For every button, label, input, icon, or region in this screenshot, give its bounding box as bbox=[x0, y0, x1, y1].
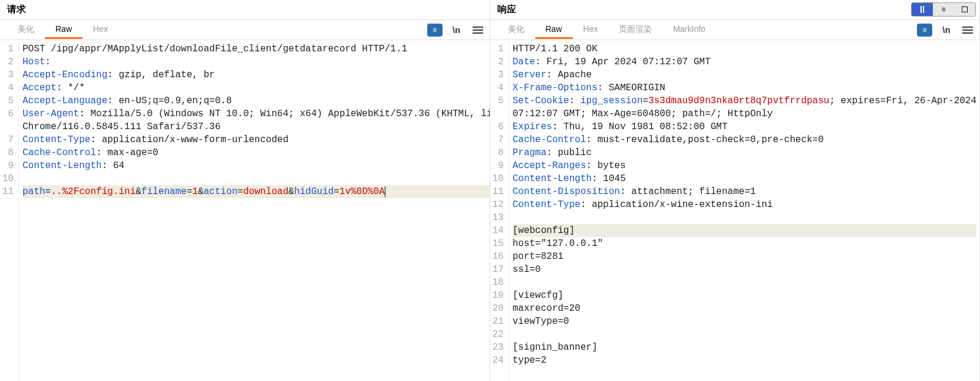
response-tools: ≡ \n bbox=[917, 23, 975, 37]
response-code[interactable]: HTTP/1.1 200 OKDate: Fri, 19 Apr 2024 07… bbox=[509, 40, 979, 381]
code-line[interactable]: Expires: Thu, 19 Nov 1981 08:52:00 GMT bbox=[513, 120, 976, 133]
code-line[interactable]: Accept: */* bbox=[22, 81, 489, 94]
code-line[interactable]: HTTP/1.1 200 OK bbox=[513, 42, 976, 55]
menu-icon[interactable] bbox=[961, 23, 975, 37]
code-line[interactable]: POST /ipg/appr/MApplyList/downloadFile_c… bbox=[22, 42, 489, 55]
request-title: 请求 bbox=[7, 4, 26, 16]
tab-MarkInfo[interactable]: MarkInfo bbox=[662, 21, 715, 39]
newline-icon[interactable]: \n bbox=[939, 23, 953, 37]
code-line[interactable]: host="127.0.0.1" bbox=[513, 237, 976, 250]
code-line[interactable]: Content-Length: 64 bbox=[22, 159, 489, 172]
code-line[interactable] bbox=[513, 211, 976, 224]
code-line[interactable]: viewType=0 bbox=[513, 315, 976, 328]
code-line[interactable]: type=2 bbox=[513, 354, 976, 367]
request-header: 请求 bbox=[0, 0, 490, 20]
code-line[interactable]: ssl=0 bbox=[513, 263, 976, 276]
response-title: 响应 bbox=[497, 4, 516, 16]
menu-icon[interactable] bbox=[471, 23, 485, 37]
tab-Raw[interactable]: Raw bbox=[45, 21, 83, 39]
code-line[interactable]: Content-Disposition: attachment; filenam… bbox=[513, 185, 976, 198]
tab-美化[interactable]: 美化 bbox=[7, 21, 45, 39]
code-line[interactable]: path=..%2Fconfig.ini&filename=1&action=d… bbox=[22, 185, 489, 198]
code-line[interactable]: Accept-Encoding: gzip, deflate, br bbox=[22, 68, 489, 81]
code-line[interactable]: Host: bbox=[22, 55, 489, 68]
beautify-icon[interactable]: ≡ bbox=[427, 24, 443, 37]
code-line[interactable]: Date: Fri, 19 Apr 2024 07:12:07 GMT bbox=[513, 55, 976, 68]
request-tools: ≡ \n bbox=[427, 23, 485, 37]
tab-美化[interactable]: 美化 bbox=[497, 21, 535, 39]
tab-Hex[interactable]: Hex bbox=[573, 21, 609, 39]
code-line[interactable] bbox=[22, 172, 489, 185]
code-line[interactable]: [signin_banner] bbox=[513, 341, 976, 354]
code-line[interactable]: Content-Type: application/x-wine-extensi… bbox=[513, 198, 976, 211]
response-editor[interactable]: 123456789101112131415161718192021222324 … bbox=[490, 40, 980, 381]
code-line[interactable]: Server: Apache bbox=[513, 68, 976, 81]
request-gutter: 1234567891011 bbox=[0, 40, 19, 381]
code-line[interactable]: X-Frame-Options: SAMEORIGIN bbox=[513, 81, 976, 94]
beautify-icon[interactable]: ≡ bbox=[917, 24, 932, 37]
view-split-icon[interactable] bbox=[912, 3, 933, 16]
tab-Raw[interactable]: Raw bbox=[535, 21, 573, 39]
tab-页面渲染[interactable]: 页面渲染 bbox=[608, 21, 662, 39]
view-toggle: ≡ bbox=[911, 2, 976, 17]
code-line[interactable]: [viewcfg] bbox=[513, 289, 976, 302]
request-editor[interactable]: 1234567891011 POST /ipg/appr/MApplyList/… bbox=[0, 40, 490, 381]
code-line[interactable]: Accept-Ranges: bytes bbox=[513, 159, 976, 172]
code-line[interactable]: Content-Type: application/x-www-form-url… bbox=[22, 133, 489, 146]
code-line[interactable]: Cache-Control: must-revalidate,post-chec… bbox=[513, 133, 976, 146]
view-stack-icon[interactable]: ≡ bbox=[933, 3, 954, 16]
code-line[interactable] bbox=[513, 328, 976, 341]
code-line[interactable]: Accept-Language: en-US;q=0.9,en;q=0.8 bbox=[22, 94, 489, 107]
code-line[interactable]: User-Agent: Mozilla/5.0 (Windows NT 10.0… bbox=[22, 107, 489, 120]
request-panel: 请求 美化RawHex ≡ \n 1234567891011 POST /ipg… bbox=[0, 0, 490, 381]
view-single-icon[interactable] bbox=[954, 3, 975, 16]
code-line[interactable]: Set-Cookie: ipg_session=3s3dmau9d9n3nka0… bbox=[513, 94, 976, 107]
response-tabbar: 美化RawHex页面渲染MarkInfo ≡ \n bbox=[490, 20, 980, 40]
code-line[interactable]: Chrome/116.0.5845.111 Safari/537.36 bbox=[22, 120, 489, 133]
code-line[interactable]: [webconfig] bbox=[513, 224, 976, 237]
code-line[interactable]: 07:12:07 GMT; Max-Age=604800; path=/; Ht… bbox=[513, 107, 976, 120]
newline-icon[interactable]: \n bbox=[450, 23, 464, 37]
code-line[interactable]: port=8281 bbox=[513, 250, 976, 263]
code-line[interactable] bbox=[513, 276, 976, 289]
response-header: 响应 bbox=[490, 0, 980, 20]
code-line[interactable]: Content-Length: 1045 bbox=[513, 172, 976, 185]
code-line[interactable]: Cache-Control: max-age=0 bbox=[22, 146, 489, 159]
code-line[interactable]: Pragma: public bbox=[513, 146, 976, 159]
tab-Hex[interactable]: Hex bbox=[83, 21, 118, 39]
response-gutter: 123456789101112131415161718192021222324 bbox=[490, 40, 509, 381]
request-code[interactable]: POST /ipg/appr/MApplyList/downloadFile_c… bbox=[19, 40, 489, 381]
code-line[interactable]: maxrecord=20 bbox=[513, 302, 976, 315]
response-panel: ≡ 响应 美化RawHex页面渲染MarkInfo ≡ \n 123456789… bbox=[490, 0, 981, 381]
request-tabbar: 美化RawHex ≡ \n bbox=[0, 20, 490, 40]
